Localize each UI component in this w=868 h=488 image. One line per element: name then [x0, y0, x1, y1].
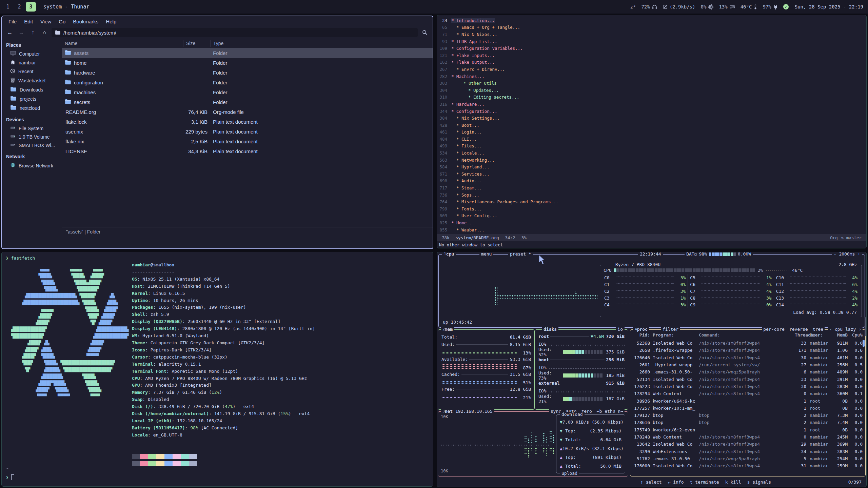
update-interval[interactable]: - 2000ms + — [832, 252, 862, 257]
menu-help[interactable]: Help — [103, 18, 119, 25]
org-line[interactable]: 499* Files... — [437, 143, 866, 150]
column-header-size[interactable]: Size — [183, 40, 210, 47]
sort-mode[interactable]: ‹ cpu lazy › — [828, 327, 863, 332]
org-line[interactable]: 303* Other Utils — [437, 80, 866, 87]
proc-header-MemB[interactable]: MemB — [830, 332, 848, 340]
proc-option-per-core[interactable]: per-core — [763, 327, 785, 332]
proc-row[interactable]: 2601.Hyprland-wrapp/run/current-system/s… — [633, 361, 863, 368]
org-line[interactable]: 484* CLI... — [437, 136, 866, 143]
file-row[interactable]: user.nix229 bytesPlain text document — [62, 127, 433, 137]
proc-row[interactable]: 38936kworker/u64:6-kc1root0B0.0 — [633, 397, 863, 404]
cpu-tray-item[interactable]: 0% — [701, 4, 714, 9]
file-row[interactable]: assetsFolder — [62, 48, 433, 58]
org-line[interactable]: 267* Envrc + Direnv... — [437, 66, 866, 73]
proc-row[interactable]: 13642Isolated Web Co/nix/store/sm8fnrf3w… — [633, 441, 863, 448]
proc-action-select[interactable]: ↕ select — [640, 480, 662, 485]
column-header-type[interactable]: Type — [210, 40, 433, 47]
net-option-beth0n[interactable]: ←b eth0 n→ — [597, 409, 623, 414]
proc-row[interactable]: 2660.emacs-31.0.50-/nix/store/wnqz5pa8ra… — [633, 368, 863, 375]
proc-row[interactable]: 3390WebExtensions/nix/store/sm8fnrf3wps4… — [633, 448, 863, 455]
proc-scrollbar[interactable] — [863, 340, 865, 347]
org-line[interactable]: 698* Audio... — [437, 178, 866, 185]
proc-row[interactable]: 52134Isolated Web Co/nix/store/sm8fnrf3w… — [633, 375, 863, 383]
org-line[interactable]: 316* Hardware... — [437, 101, 866, 108]
sidebar-item-browse-network[interactable]: Browse Network — [2, 161, 62, 170]
org-line[interactable]: 584* Hyprland... — [437, 163, 866, 170]
mem-box-title[interactable]: 2mem — [441, 327, 454, 332]
org-line[interactable]: 799* Fonts... — [437, 205, 866, 212]
org-line[interactable]: 717* Steam... — [437, 184, 866, 191]
shell-prompt[interactable]: ❯ — [6, 474, 14, 480]
org-line[interactable]: 563* Networking... — [437, 157, 866, 164]
org-line[interactable]: 109* Configuration Variables... — [437, 45, 866, 52]
org-line[interactable]: 65* Emacs + Org + Tangle... — [437, 24, 866, 31]
menu-view[interactable]: View — [37, 18, 54, 25]
path-bar[interactable]: /home/nambiar/system/ — [52, 28, 418, 37]
file-row[interactable]: flake.nix2,5 KiBPlain text document — [62, 137, 433, 146]
org-line[interactable]: 825* Home... — [437, 219, 866, 226]
file-row[interactable]: homeFolder — [62, 58, 433, 68]
sidebar-item-downloads[interactable]: Downloads — [2, 85, 62, 94]
org-line[interactable]: 736* Sops... — [437, 191, 866, 199]
menu-edit[interactable]: Edit — [21, 18, 36, 25]
preset-button[interactable]: preset * — [508, 252, 533, 257]
arrow-left-button[interactable]: ← — [5, 28, 15, 37]
proc-header-Threads[interactable]: Threads: — [795, 332, 806, 340]
proc-action-kill[interactable]: k kill — [725, 480, 741, 485]
proc-row[interactable]: 52368Isolated Web Co/nix/store/sm8fnrf3w… — [633, 340, 863, 347]
proc-header-Program[interactable]: Program: — [653, 332, 699, 340]
proc-option-reverse[interactable]: reverse — [789, 327, 808, 332]
org-line[interactable]: 534* Locale... — [437, 149, 866, 157]
terminal-scrollbar[interactable] — [865, 317, 866, 336]
proc-row[interactable]: 178248Web Content/nix/store/sm8fnrf3wps4… — [633, 433, 863, 441]
proc-row[interactable]: 176223Isolated Web Co/nix/store/sm8fnrf3… — [633, 383, 863, 390]
proc-row[interactable]: 175749kworker/6:2-even1root0B0.0 — [633, 426, 863, 433]
plug-tray-item[interactable]: 97% — [763, 4, 777, 9]
proc-row[interactable]: 51762.emacs-31.0.50-/nix/store/wnqz5pa8r… — [633, 455, 863, 462]
org-buffer[interactable]: 34* Introduction...65* Emacs + Org + Tan… — [437, 15, 866, 234]
proc-options[interactable]: per-corereversetree — [762, 327, 825, 332]
temp-tray-item[interactable]: 46°C — [741, 4, 757, 9]
sidebar-item-projects[interactable]: projects — [2, 94, 62, 103]
file-row[interactable]: machinesFolder — [62, 87, 433, 97]
search-button[interactable] — [420, 28, 430, 37]
menu-file[interactable]: File — [5, 18, 20, 25]
column-header-name[interactable]: Name — [62, 40, 183, 47]
proc-row[interactable]: 178294Web Content/nix/store/sm8fnrf3wps4… — [633, 390, 863, 397]
menu-bookmarks[interactable]: Bookmarks — [70, 18, 101, 25]
disks-box-title[interactable]: disks — [542, 327, 558, 332]
filter-button[interactable]: filter — [661, 327, 680, 332]
sidebar-item-file-system[interactable]: File System — [2, 124, 62, 133]
proc-row[interactable]: 176646Isolated Web Co/nix/store/sm8fnrf3… — [633, 354, 863, 361]
file-row[interactable]: LICENSE34,3 KiBPlain text document — [62, 146, 433, 156]
proc-header-Pid[interactable]: Pid: — [633, 332, 653, 340]
proc-action-signals[interactable]: s signals — [747, 480, 771, 485]
proc-row[interactable]: 178616btopbtop2nambiar7.4M0.0 — [633, 419, 863, 426]
link-tray-item[interactable]: (2.9kb/s) — [663, 4, 695, 9]
proc-header-Command[interactable]: Command: — [699, 332, 795, 340]
sidebar-item-smallbox-wi-[interactable]: SMALLBOX Wi... — [2, 141, 62, 149]
org-line[interactable]: 809* User Config... — [437, 212, 866, 220]
proc-row[interactable]: 2658.firefox-wrappe/nix/store/sm8fnrf3wp… — [633, 347, 863, 354]
org-line[interactable]: 310* Editing secrets... — [437, 94, 866, 101]
menu-button[interactable]: menu — [479, 252, 493, 257]
file-row[interactable]: configurationFolder — [62, 78, 433, 87]
proc-row[interactable]: 176000Isolated Web Co/nix/store/sm8fnrf3… — [633, 462, 863, 469]
check-tray-item[interactable]: ✓ — [783, 4, 789, 9]
workspace-1[interactable]: 1 — [3, 2, 13, 12]
cpu-box-title[interactable]: 1cpu — [442, 252, 456, 257]
net-box-title[interactable]: 3net 192.168.10.165 — [441, 409, 494, 414]
sleep-tray-item[interactable]: z² — [630, 4, 636, 9]
sidebar-item-recent[interactable]: Recent — [2, 67, 62, 76]
path-text[interactable]: /home/nambiar/system/ — [63, 30, 116, 36]
org-line[interactable]: 121* Flake Inputs... — [437, 52, 866, 59]
org-line[interactable]: 384* Nix Settings... — [437, 115, 866, 122]
ram-tray-item[interactable]: 13% — [719, 4, 735, 9]
org-line[interactable]: 428* Boot... — [437, 122, 866, 129]
workspace-3[interactable]: 3 — [26, 2, 36, 12]
sidebar-item-wastebasket[interactable]: Wastebasket — [2, 76, 62, 85]
menu-go[interactable]: Go — [56, 18, 68, 25]
proc-header-User[interactable]: User: — [806, 332, 830, 340]
org-line[interactable]: 93* TLDR App List... — [437, 38, 866, 45]
proc-row[interactable]: 177257kworker/10:1-mm_1root0B0.0 — [633, 405, 863, 412]
